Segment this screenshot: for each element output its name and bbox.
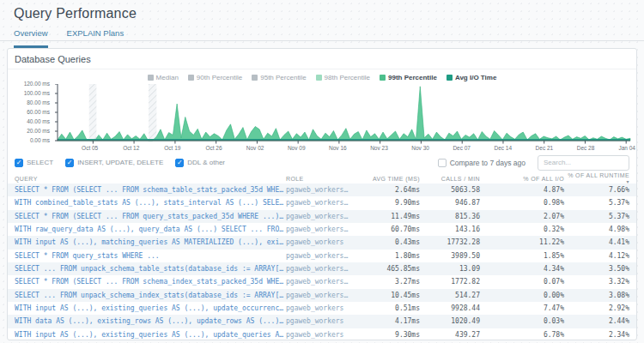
calls-per-min-cell: 815.36 bbox=[420, 213, 480, 220]
calls-per-min-cell: 17732.28 bbox=[420, 238, 480, 246]
calls-per-min-cell: 1020.49 bbox=[420, 317, 480, 325]
pct-runtime-cell: 3.50% bbox=[564, 265, 629, 273]
query-link[interactable]: SELECT ... FROM unpack_schema_table_stat… bbox=[15, 265, 286, 273]
query-link[interactable]: WITH raw_query_data AS (...), query_data… bbox=[15, 226, 286, 233]
role-cell: pgaweb_workers… bbox=[286, 186, 368, 194]
legend-item[interactable]: 99th Percentile bbox=[380, 74, 437, 81]
query-link[interactable]: SELECT * FROM (SELECT ... FROM schema_ta… bbox=[15, 186, 286, 194]
filter-checkbox[interactable]: ✓SELECT bbox=[15, 159, 53, 167]
role-cell: pgaweb_workers bbox=[286, 304, 368, 312]
role-cell: pgaweb_workers… bbox=[286, 265, 368, 273]
pct-io-cell: 0.07% bbox=[480, 278, 564, 286]
legend-label: 98th Percentile bbox=[325, 74, 370, 81]
checkbox-icon[interactable]: ✓ bbox=[175, 159, 184, 167]
avg-time-cell: 465.85ms bbox=[368, 265, 420, 273]
role-cell: pgaweb_workers… bbox=[286, 292, 368, 299]
x-tick-label: Nov 09 bbox=[288, 145, 306, 151]
query-link[interactable]: WITH combined_table_stats AS (...), stat… bbox=[15, 199, 286, 207]
calls-per-min-cell: 3989.50 bbox=[420, 252, 480, 260]
legend-swatch-icon bbox=[380, 75, 386, 81]
filter-label: DDL & other bbox=[187, 159, 225, 166]
tab-explain-plans[interactable]: EXPLAIN Plans bbox=[67, 28, 125, 48]
role-cell: pgaweb_workers… bbox=[286, 213, 368, 220]
checkbox-icon[interactable]: ✓ bbox=[65, 159, 74, 167]
x-tick-label: Dec 21 bbox=[536, 145, 554, 151]
column-header-calls-min[interactable]: CALLS / MIN bbox=[420, 176, 480, 182]
pct-io-cell: 2.07% bbox=[480, 213, 564, 220]
database-queries-card: Database Queries Median90th Percentile95… bbox=[7, 48, 637, 340]
page-title: Query Performance bbox=[14, 6, 137, 21]
avg-time-cell: 1.80ms bbox=[368, 252, 420, 260]
pct-io-cell: 0.00% bbox=[480, 292, 564, 299]
checkbox-icon[interactable] bbox=[438, 159, 447, 167]
column-header-query[interactable]: QUERY bbox=[15, 176, 286, 182]
pct-runtime-cell: 4.12% bbox=[564, 252, 629, 260]
search-input[interactable] bbox=[538, 155, 629, 171]
filter-checkbox[interactable]: ✓INSERT, UPDATE, DELETE bbox=[65, 159, 163, 167]
query-link[interactable]: WITH data AS (...), existing_rows AS (..… bbox=[15, 317, 286, 325]
calls-per-min-cell: 13.09 bbox=[420, 265, 480, 273]
query-link[interactable]: WITH input AS (...), existing_queries AS… bbox=[15, 331, 286, 339]
table-row: SELECT * FROM (SELECT ... FROM schema_in… bbox=[8, 275, 636, 288]
column-header--of-all-runtime[interactable]: % OF ALL RUNTIME ▾ bbox=[564, 172, 629, 184]
table-row: WITH input AS (...), matching_queries AS… bbox=[8, 236, 636, 249]
chart[interactable] bbox=[54, 84, 631, 144]
role-cell: pgaweb_workers… bbox=[286, 278, 368, 286]
calls-per-min-cell: 5063.58 bbox=[420, 186, 480, 194]
pct-io-cell: 1.85% bbox=[480, 252, 564, 260]
avg-time-cell: 11.49ms bbox=[368, 213, 420, 220]
y-tick-label: 40.00 ms bbox=[27, 118, 50, 124]
legend-swatch-icon bbox=[188, 75, 194, 81]
chart-legend: Median90th Percentile95th Percentile98th… bbox=[8, 72, 636, 82]
avg-time-cell: 60.70ms bbox=[368, 226, 420, 233]
y-tick-label: 20.00 ms bbox=[27, 128, 50, 134]
query-link[interactable]: SELECT ... FROM unpack_schema_index_stat… bbox=[15, 292, 286, 299]
table-row: SELECT ... FROM unpack_schema_table_stat… bbox=[8, 262, 636, 275]
pct-runtime-cell: 3.32% bbox=[564, 278, 629, 286]
table-header: QUERYROLEAVG TIME (MS)CALLS / MIN% OF AL… bbox=[8, 172, 636, 184]
y-axis-labels: 120.00 ms100.00 ms80.00 ms60.00 ms40.00 … bbox=[8, 84, 54, 141]
avg-time-cell: 10.45ms bbox=[368, 292, 420, 299]
legend-item[interactable]: Median bbox=[148, 74, 179, 81]
legend-label: 99th Percentile bbox=[388, 74, 437, 81]
compare-checkbox[interactable]: Compare to 7 days ago bbox=[438, 159, 526, 167]
pct-io-cell: 11.22% bbox=[480, 238, 564, 246]
filter-checkbox[interactable]: ✓DDL & other bbox=[175, 159, 225, 167]
x-tick-label: Nov 23 bbox=[370, 145, 388, 151]
query-link[interactable]: SELECT * FROM (SELECT ... FROM query_sta… bbox=[15, 213, 286, 220]
query-link[interactable]: SELECT * FROM query_stats WHERE ... bbox=[15, 252, 286, 260]
column-header--of-all-i-o[interactable]: % OF ALL I/O bbox=[480, 176, 564, 182]
filter-label: INSERT, UPDATE, DELETE bbox=[77, 159, 163, 166]
x-tick-label: Jan 04 bbox=[618, 145, 635, 151]
query-link[interactable]: WITH input AS (...), existing_queries AS… bbox=[15, 304, 286, 312]
calls-per-min-cell: 439.27 bbox=[420, 331, 480, 339]
chart-area: 120.00 ms100.00 ms80.00 ms60.00 ms40.00 … bbox=[8, 84, 636, 144]
legend-item[interactable]: 95th Percentile bbox=[252, 74, 306, 81]
x-tick-label: Dec 28 bbox=[577, 145, 595, 151]
legend-label: 95th Percentile bbox=[260, 74, 306, 81]
chart-plot[interactable] bbox=[54, 84, 631, 144]
column-header-avg-time-ms-[interactable]: AVG TIME (MS) bbox=[368, 176, 420, 182]
checkbox-icon[interactable]: ✓ bbox=[15, 159, 23, 167]
x-tick-label: Dec 07 bbox=[453, 145, 471, 151]
table-row: WITH input AS (...), existing_queries AS… bbox=[8, 302, 636, 315]
x-axis-labels: Oct 05Oct 12Oct 19Oct 26Nov 02Nov 09Nov … bbox=[54, 144, 631, 153]
legend-item[interactable]: 90th Percentile bbox=[188, 74, 242, 81]
role-cell: pgaweb_workers… bbox=[286, 252, 368, 260]
column-header-role[interactable]: ROLE bbox=[286, 176, 368, 182]
query-link[interactable]: SELECT * FROM (SELECT ... FROM schema_in… bbox=[15, 278, 286, 286]
legend-item[interactable]: 98th Percentile bbox=[316, 74, 370, 81]
role-cell: pgaweb_workers bbox=[286, 238, 368, 246]
legend-label: 90th Percentile bbox=[197, 74, 242, 81]
query-link[interactable]: WITH input AS (...), matching_queries AS… bbox=[15, 238, 286, 246]
x-tick-label: Oct 12 bbox=[123, 145, 139, 151]
pct-io-cell: 0.03% bbox=[480, 317, 564, 325]
pct-io-cell: 0.32% bbox=[480, 226, 564, 233]
legend-item[interactable]: Avg I/O Time bbox=[447, 74, 496, 81]
tab-overview[interactable]: Overview bbox=[14, 28, 48, 48]
x-tick-label: Nov 30 bbox=[411, 145, 429, 151]
y-tick-label: 0.00 ms bbox=[30, 137, 50, 143]
y-tick-label: 80.00 ms bbox=[27, 99, 50, 105]
avg-time-cell: 2.64ms bbox=[368, 186, 420, 194]
pct-runtime-cell: 5.37% bbox=[564, 199, 629, 207]
